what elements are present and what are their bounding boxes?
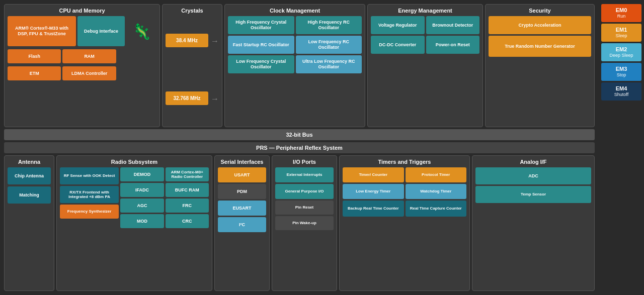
energy-title: Energy Management [371, 8, 479, 14]
frc-block: FRC [166, 199, 209, 213]
usart-block: USART [218, 167, 266, 182]
ulfrco-block: Ultra Low Frequency RC Oscillator [296, 55, 362, 73]
ldma-block: LDMA Controller [62, 66, 116, 80]
security-title: Security [489, 8, 591, 14]
arm-block: ARM® Cortex®-M33 with DSP, FPU & TrustZo… [8, 16, 76, 46]
io-title: I/O Ports [275, 159, 334, 165]
em3-block: EM3 Stop [601, 63, 641, 81]
em4-block: EM4 Shutoff [601, 82, 641, 101]
gpio-block: General Purpose I/O [275, 184, 334, 199]
timers-title: Timers and Triggers [343, 159, 466, 165]
em-legend: EM0 Run EM1 Sleep EM2 Deep Sleep EM3 Sto… [599, 0, 644, 295]
antenna-title: Antenna [8, 159, 51, 165]
dcdc-block: DC-DC Converter [371, 36, 425, 54]
analog-section: Analog I/F ADC Temp Sensor [472, 155, 595, 291]
demod-block: DEMOD [120, 167, 164, 181]
agc-block: AGC [120, 199, 164, 213]
arm-radio-block: ARM Cortex-M0+ Radio Controller [166, 167, 209, 181]
burtc-block: Backup Real Time Counter [343, 201, 404, 217]
clock-section: Clock Management High Frequency Crystal … [224, 4, 365, 127]
serial-title: Serial Interfaces [218, 159, 266, 165]
i2c-block: I²C [218, 217, 266, 232]
gecko-logo: 🦎 [126, 16, 156, 46]
matching-block: Matching [8, 186, 51, 204]
trng-block: True Random Number Generator [489, 36, 591, 57]
temp-block: Temp Sensor [475, 186, 591, 203]
crypto-block: Crypto Acceleration [489, 16, 591, 34]
bus-bar: 32-bit Bus [4, 129, 595, 140]
radio-title: Radio Subsystem [60, 159, 209, 165]
lfrco-block: Low Frequency RC Oscillator [296, 36, 362, 54]
vreg-block: Voltage Regulator [371, 16, 425, 34]
bod-block: Brownout Detector [426, 16, 480, 34]
ram-block: RAM [62, 49, 116, 63]
hfrco-block: High Frequency RC Oscillator [296, 16, 362, 34]
timers-section: Timers and Triggers Timer/ Counter Proto… [339, 155, 470, 291]
rtcc-block: Real Time Capture Counter [406, 201, 467, 217]
em0-block: EM0 Run [601, 4, 641, 22]
io-section: I/O Ports External Interrupts General Pu… [272, 155, 337, 291]
flash-block: Flash [8, 49, 61, 63]
ifadc-block: IFADC [120, 183, 164, 197]
freq1-block: 38.4 MHz [166, 34, 208, 47]
crystals-title: Crystals [166, 8, 219, 14]
analog-title: Analog I/F [475, 159, 591, 165]
watchdog-block: Watchdog Timer [406, 184, 467, 199]
cpu-section: CPU and Memory ARM® Cortex®-M33 with DSP… [4, 4, 160, 127]
rfsense-block: RF Sense with OOK Detect [60, 167, 119, 184]
pinreset-block: Pin Reset [275, 201, 334, 215]
chip-antenna-block: Chip Antenna [8, 167, 51, 184]
debug-block: Debug Interface [77, 16, 125, 46]
lfxo-block: Low Frequency Crystal Oscillator [228, 55, 294, 73]
security-section: Security Crypto Acceleration True Random… [485, 4, 595, 127]
crystals-section: Crystals 38.4 MHz → 32.768 MHz → [162, 4, 222, 127]
pinwake-block: Pin Wake-up [275, 216, 334, 230]
clock-title: Clock Management [228, 8, 362, 14]
em1-block: EM1 Sleep [601, 24, 641, 42]
rxtx-block: RX/TX Frontend with Integrated +8 dBm PA [60, 186, 119, 203]
mod-block: MOD [120, 214, 164, 228]
pdm-block: PDM [218, 184, 266, 199]
em2-block: EM2 Deep Sleep [601, 43, 641, 61]
cpu-title: CPU and Memory [8, 8, 156, 14]
protocol-block: Protocol Timer [406, 167, 467, 182]
freqsynth-block: Frequency Synthesizer [60, 205, 119, 219]
hfxo-block: High Frequency Crystal Oscillator [228, 16, 294, 34]
radio-section: Radio Subsystem RF Sense with OOK Detect… [56, 155, 212, 291]
fsrco-block: Fast Startup RC Oscillator [228, 36, 294, 54]
serial-section: Serial Interfaces USART PDM EUSART I²C [214, 155, 270, 291]
eusart-block: EUSART [218, 201, 266, 216]
crc-block: CRC [166, 214, 209, 228]
por-block: Power-on Reset [426, 36, 480, 54]
etm-block: ETM [8, 66, 61, 80]
energy-section: Energy Management Voltage Regulator Brow… [367, 4, 483, 127]
ext-block: External Interrupts [275, 167, 334, 182]
adc-block: ADC [475, 167, 591, 184]
prs-bar: PRS — Peripheral Reflex System [4, 142, 595, 153]
antenna-section: Antenna Chip Antenna Matching [4, 155, 54, 291]
letimer-block: Low Energy Timer [343, 184, 404, 199]
bufc-block: BUFC RAM [166, 183, 209, 197]
freq2-block: 32.768 MHz [166, 91, 208, 105]
timer-block: Timer/ Counter [343, 167, 404, 182]
